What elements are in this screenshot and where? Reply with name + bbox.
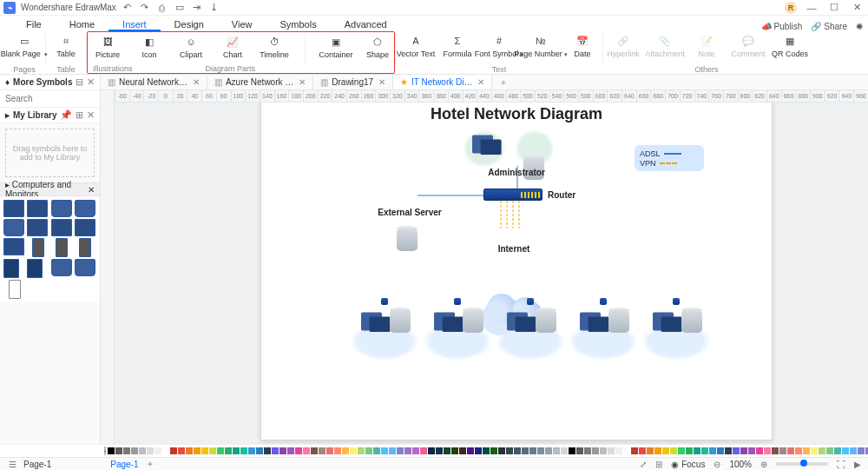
font-symbol-button[interactable]: #Font Symbol (484, 33, 514, 58)
color-swatch[interactable] (436, 447, 443, 454)
menu-insert[interactable]: Insert (108, 17, 161, 31)
shape-laptop[interactable] (75, 259, 95, 276)
color-swatch[interactable] (608, 447, 615, 454)
doc-tab[interactable]: ▥Azure Network …✕ (207, 75, 313, 89)
menu-file[interactable]: File (12, 17, 56, 31)
my-library-header[interactable]: ▸ My Library 📌⊞✕ (0, 108, 100, 123)
color-swatch[interactable] (295, 447, 302, 454)
color-swatch[interactable] (381, 447, 388, 454)
help-icon[interactable]: ✺ (856, 22, 863, 31)
admin-pc[interactable] (472, 136, 493, 154)
shape-monitor[interactable] (27, 219, 48, 236)
color-swatch[interactable] (358, 447, 365, 454)
color-swatch[interactable] (514, 447, 521, 454)
color-swatch[interactable] (272, 447, 279, 454)
color-swatch[interactable] (662, 447, 669, 454)
color-swatch[interactable] (553, 447, 560, 454)
color-swatch[interactable] (795, 447, 802, 454)
color-swatch[interactable] (561, 447, 568, 454)
shape-laptop[interactable] (51, 259, 72, 276)
add-icon[interactable]: ⊞ (76, 109, 83, 121)
qr-codes-button[interactable]: ▦QR Codes (775, 33, 805, 58)
close-icon[interactable]: ✕ (299, 77, 306, 87)
color-swatch[interactable] (131, 447, 138, 454)
color-swatch[interactable] (319, 447, 326, 454)
close-icon[interactable]: ✕ (477, 77, 484, 87)
vector-text-button[interactable]: AVector Text (401, 33, 431, 58)
color-swatch[interactable] (819, 447, 825, 454)
color-swatch[interactable] (248, 447, 255, 454)
hotel-server-1[interactable]: Hotel Server (348, 298, 421, 349)
close-button[interactable]: ✕ (849, 1, 865, 15)
color-swatch[interactable] (155, 447, 161, 454)
shape-monitor[interactable] (27, 200, 48, 217)
search-input[interactable] (5, 94, 115, 103)
color-swatch[interactable] (326, 447, 333, 454)
color-swatch[interactable] (670, 447, 677, 454)
grid-icon[interactable]: ⊞ (655, 460, 662, 469)
color-swatch[interactable] (186, 447, 193, 454)
category-header[interactable]: ▸ Computers and Monitors✕ (0, 182, 100, 196)
container-button[interactable]: ▣Container (321, 34, 351, 59)
color-swatch[interactable] (264, 447, 271, 454)
timeline-button[interactable]: ⏱Timeline (260, 34, 289, 59)
color-swatch[interactable] (115, 447, 122, 454)
color-swatch[interactable] (467, 447, 474, 454)
close-icon[interactable]: ✕ (87, 76, 95, 88)
color-swatch[interactable] (850, 447, 857, 454)
qat-export-icon[interactable]: ⤓ (208, 2, 220, 14)
color-swatch[interactable] (178, 447, 185, 454)
color-swatch[interactable] (444, 447, 450, 454)
color-swatch[interactable] (373, 447, 380, 454)
shape-tower[interactable] (32, 238, 44, 257)
color-swatch[interactable] (842, 447, 849, 454)
layers-icon[interactable]: ☰ (9, 460, 16, 469)
color-swatch[interactable] (451, 447, 458, 454)
color-swatch[interactable] (740, 447, 747, 454)
close-icon[interactable]: ✕ (193, 77, 200, 87)
color-swatch[interactable] (342, 447, 349, 454)
share-button[interactable]: 🔗Share (811, 22, 847, 31)
no-fill-swatch[interactable] (104, 447, 106, 455)
clipart-button[interactable]: ☺Clipart (176, 34, 206, 59)
shape-scanner[interactable] (9, 280, 21, 299)
color-swatch[interactable] (350, 447, 357, 454)
color-swatch[interactable] (240, 447, 247, 454)
shape-monitor[interactable] (51, 219, 72, 236)
color-swatch[interactable] (569, 447, 575, 454)
zoom-out-icon[interactable]: ⊖ (713, 460, 720, 469)
color-swatch[interactable] (170, 447, 177, 454)
shape-pc[interactable] (3, 238, 24, 255)
qat-import-icon[interactable]: ⇥ (191, 2, 203, 14)
color-swatch[interactable] (701, 447, 708, 454)
date-button[interactable]: 📅Date (568, 33, 597, 58)
canvas-stage[interactable]: Hotel Network Diagram (115, 103, 868, 444)
color-swatch[interactable] (537, 447, 544, 454)
color-swatch[interactable] (678, 447, 685, 454)
menu-home[interactable]: Home (56, 17, 108, 31)
doc-tab[interactable]: ▥Neural Network…✕ (101, 75, 207, 89)
chart-button[interactable]: 📈Chart (218, 34, 247, 59)
color-swatch[interactable] (529, 447, 536, 454)
color-swatch[interactable] (803, 447, 810, 454)
shape-laptop[interactable] (75, 200, 95, 217)
color-swatch[interactable] (584, 447, 591, 454)
maximize-button[interactable]: ☐ (826, 1, 842, 15)
color-swatch[interactable] (725, 447, 732, 454)
color-swatch[interactable] (772, 447, 779, 454)
color-swatch[interactable] (334, 447, 341, 454)
pin-icon[interactable]: 📌 (60, 109, 72, 121)
page-tab[interactable]: Page-1 (110, 460, 138, 469)
color-swatch[interactable] (490, 447, 497, 454)
color-swatch[interactable] (600, 447, 607, 454)
color-swatch[interactable] (233, 447, 240, 454)
color-swatch[interactable] (279, 447, 286, 454)
color-swatch[interactable] (779, 447, 786, 454)
page-number-button[interactable]: №Page Number (526, 33, 556, 58)
color-swatch[interactable] (576, 447, 583, 454)
color-swatch[interactable] (123, 447, 130, 454)
color-swatch[interactable] (311, 447, 318, 454)
hotel-server-3[interactable]: Hotel Server (494, 298, 567, 349)
qat-print-icon[interactable]: ⎙ (156, 2, 168, 14)
color-swatch[interactable] (412, 447, 419, 454)
